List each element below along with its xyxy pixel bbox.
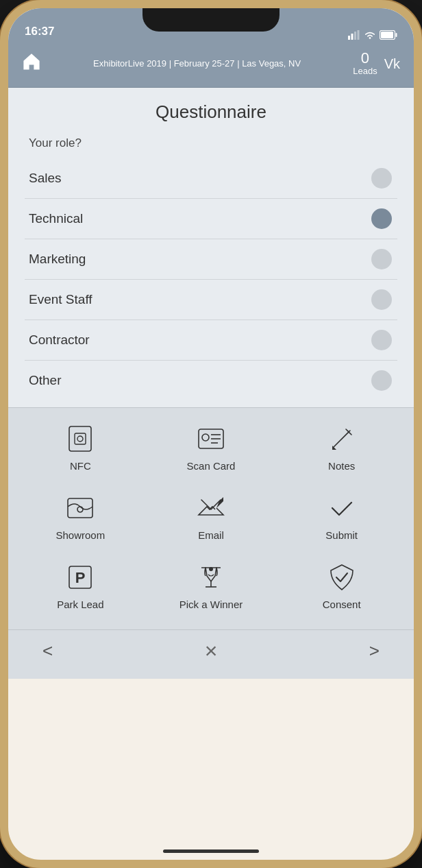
pick-winner-button[interactable]: Pick a Winner xyxy=(147,553,276,617)
svg-point-4 xyxy=(369,37,371,39)
signal-icon xyxy=(348,30,360,40)
consent-label: Consent xyxy=(323,599,361,610)
showroom-label: Showroom xyxy=(55,529,105,541)
radio-label-sales: Sales xyxy=(29,171,62,186)
header-avatar[interactable]: Vk xyxy=(384,56,400,72)
bottom-nav: < × > xyxy=(8,629,414,679)
svg-point-22 xyxy=(209,567,213,571)
radio-item-sales[interactable]: Sales xyxy=(25,158,397,199)
questionnaire-title: Questionnaire xyxy=(25,101,397,123)
email-icon xyxy=(194,491,228,525)
radio-label-marketing: Marketing xyxy=(29,252,86,267)
radio-label-contractor: Contractor xyxy=(29,333,90,348)
radio-item-marketing[interactable]: Marketing xyxy=(25,239,397,280)
svg-point-12 xyxy=(202,434,209,441)
notes-button[interactable]: Notes xyxy=(277,415,406,479)
park-lead-label: Park Lead xyxy=(57,599,103,610)
action-row-2: Showroom Email xyxy=(15,484,407,548)
leads-label: Leads xyxy=(353,66,377,76)
svg-rect-9 xyxy=(75,433,86,444)
svg-rect-16 xyxy=(68,498,92,518)
scan-card-button[interactable]: Scan Card xyxy=(147,415,276,479)
radio-circle-marketing[interactable] xyxy=(371,249,392,269)
radio-circle-other[interactable] xyxy=(371,370,392,391)
radio-label-event-staff: Event Staff xyxy=(29,292,92,307)
header-leads: 0 Leads xyxy=(353,51,377,77)
battery-icon xyxy=(380,30,397,40)
showroom-button[interactable]: Showroom xyxy=(16,484,145,548)
consent-button[interactable]: Consent xyxy=(277,553,406,617)
action-row-3: P Park Lead xyxy=(15,553,407,617)
close-button[interactable]: × xyxy=(205,638,218,664)
email-button[interactable]: Email xyxy=(147,484,276,548)
phone-frame: 16:37 xyxy=(0,0,422,868)
questionnaire-section: Questionnaire Your role? Sales Technical… xyxy=(8,88,414,407)
radio-circle-event-staff[interactable] xyxy=(371,289,392,310)
back-button[interactable]: < xyxy=(36,637,60,665)
wifi-icon xyxy=(364,30,376,40)
svg-rect-0 xyxy=(348,36,350,40)
nfc-button[interactable]: NFC xyxy=(16,415,145,479)
showroom-icon xyxy=(63,491,97,525)
home-button[interactable] xyxy=(22,53,41,75)
svg-rect-2 xyxy=(354,32,356,40)
nfc-icon xyxy=(63,422,97,456)
role-question: Your role? xyxy=(25,136,397,150)
scan-card-label: Scan Card xyxy=(187,460,236,472)
radio-item-contractor[interactable]: Contractor xyxy=(25,320,397,361)
radio-item-event-staff[interactable]: Event Staff xyxy=(25,280,397,320)
svg-rect-8 xyxy=(69,426,91,451)
home-indicator xyxy=(163,849,259,853)
header-title: ExhibitorLive 2019 | February 25-27 | La… xyxy=(48,58,346,70)
svg-text:P: P xyxy=(75,569,86,586)
svg-point-10 xyxy=(77,436,83,442)
radio-circle-contractor[interactable] xyxy=(371,330,392,350)
email-label: Email xyxy=(198,529,224,541)
status-time: 16:37 xyxy=(25,25,54,40)
radio-item-other[interactable]: Other xyxy=(25,361,397,400)
radio-label-technical: Technical xyxy=(29,211,83,226)
svg-point-17 xyxy=(77,507,83,512)
action-row-1: NFC Scan Card xyxy=(15,415,407,479)
action-grid: NFC Scan Card xyxy=(8,407,414,629)
notes-label: Notes xyxy=(328,460,355,472)
status-icons xyxy=(348,30,397,40)
radio-label-other: Other xyxy=(29,373,62,388)
nfc-label: NFC xyxy=(70,460,91,472)
park-lead-icon: P xyxy=(63,560,97,594)
svg-rect-3 xyxy=(358,30,360,40)
radio-circle-sales[interactable] xyxy=(371,168,392,189)
phone-notch xyxy=(142,8,280,32)
svg-rect-1 xyxy=(351,34,353,40)
main-content: Questionnaire Your role? Sales Technical… xyxy=(8,88,414,679)
leads-count: 0 xyxy=(353,51,377,66)
radio-item-technical[interactable]: Technical xyxy=(25,199,397,239)
pick-winner-label: Pick a Winner xyxy=(179,599,243,610)
pick-winner-icon xyxy=(194,560,228,594)
app-header: ExhibitorLive 2019 | February 25-27 | La… xyxy=(8,44,414,88)
forward-button[interactable]: > xyxy=(362,637,386,665)
notes-icon xyxy=(325,422,359,456)
radio-circle-technical[interactable] xyxy=(371,208,392,229)
submit-button[interactable]: Submit xyxy=(277,484,406,548)
submit-icon xyxy=(325,491,359,525)
radio-list: Sales Technical Marketing Event Staff xyxy=(25,158,397,400)
svg-rect-6 xyxy=(396,33,397,37)
consent-icon xyxy=(325,560,359,594)
scan-card-icon xyxy=(194,422,228,456)
park-lead-button[interactable]: P Park Lead xyxy=(16,553,145,617)
submit-label: Submit xyxy=(325,529,358,541)
svg-rect-7 xyxy=(381,32,393,38)
